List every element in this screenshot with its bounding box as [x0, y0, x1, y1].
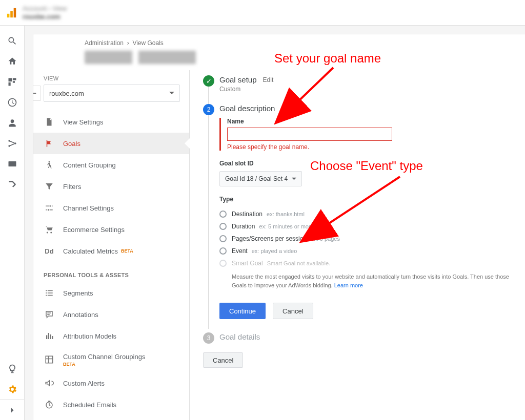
- back-arrow-icon: [33, 89, 37, 97]
- continue-button[interactable]: Continue: [219, 303, 266, 319]
- learn-more-link[interactable]: Learn more: [334, 282, 363, 288]
- dashboards-icon[interactable]: [0, 72, 25, 92]
- expand-rail-icon[interactable]: [0, 400, 24, 420]
- flag-icon: [44, 138, 55, 149]
- step-goal-setup: Goal setup Edit Custom: [203, 75, 510, 97]
- type-name: Duration: [232, 223, 255, 230]
- step-done-icon: [203, 75, 214, 87]
- type-option-pages[interactable]: Pages/Screens per session ex: 3 pages: [219, 233, 510, 245]
- top-bar: Account › View rouxbe.com: [0, 0, 525, 26]
- breadcrumb-admin[interactable]: Administration: [85, 39, 124, 47]
- person-walk-icon: [44, 159, 55, 171]
- audience-icon[interactable]: [0, 113, 25, 133]
- funnel-icon: [44, 181, 55, 192]
- back-button[interactable]: [33, 86, 41, 101]
- type-example: ex: 3 pages: [311, 236, 340, 242]
- svg-point-9: [14, 142, 16, 144]
- type-example: ex: played a video: [252, 248, 297, 254]
- goal-slot-select[interactable]: Goal Id 18 / Goal Set 4: [219, 171, 302, 186]
- svg-point-7: [8, 140, 10, 142]
- type-option-smart-goal: Smart Goal Smart Goal not available.: [219, 257, 510, 269]
- grid-icon: [44, 354, 55, 365]
- nav-label: Calculated Metrics: [63, 247, 118, 255]
- svg-rect-15: [52, 336, 53, 339]
- cart-icon: [44, 224, 55, 235]
- svg-point-8: [8, 145, 10, 147]
- svg-rect-1: [10, 11, 13, 17]
- breadcrumb: Administration › View Goals: [33, 34, 525, 49]
- svg-rect-14: [50, 334, 51, 339]
- nav-label: Segments: [63, 289, 93, 297]
- chevron-down-icon: [169, 91, 174, 96]
- name-error-text: Please specify the goal name.: [227, 143, 510, 151]
- type-name: Smart Goal: [232, 260, 263, 267]
- dd-icon: Dd: [44, 245, 55, 257]
- cancel-button-bottom[interactable]: Cancel: [203, 352, 243, 368]
- discover-icon[interactable]: [0, 359, 25, 379]
- type-example: Smart Goal not available.: [267, 260, 331, 266]
- nav-calculated-metrics[interactable]: Dd Calculated Metrics BETA: [33, 240, 189, 262]
- acquisition-icon[interactable]: [0, 133, 25, 154]
- nav-channel-settings[interactable]: Channel Settings: [33, 197, 189, 219]
- cancel-button[interactable]: Cancel: [273, 303, 313, 319]
- svg-rect-0: [7, 13, 10, 17]
- view-select[interactable]: rouxbe.com: [44, 85, 180, 102]
- nav-custom-channel-groupings[interactable]: Custom Channel Groupings BETA: [33, 347, 189, 372]
- goal-name-input[interactable]: [227, 128, 392, 141]
- svg-rect-2: [14, 8, 16, 17]
- account-line1: Account › View: [23, 5, 67, 13]
- account-switcher[interactable]: Account › View rouxbe.com: [23, 5, 67, 20]
- megaphone-icon: [44, 377, 55, 389]
- breadcrumb-section: View Goals: [132, 39, 163, 47]
- home-icon[interactable]: [0, 51, 25, 72]
- radio-icon: [219, 260, 227, 267]
- nav-segments[interactable]: Segments: [33, 282, 189, 304]
- nav-ecommerce-settings[interactable]: Ecommerce Settings: [33, 219, 189, 240]
- step-goal-details: 3 Goal details: [203, 332, 510, 345]
- nav-goals[interactable]: Goals: [33, 133, 189, 154]
- admin-icon[interactable]: [0, 379, 25, 400]
- nav-label: Custom Alerts: [63, 380, 105, 387]
- nav-custom-alerts[interactable]: Custom Alerts: [33, 372, 189, 394]
- svg-rect-10: [8, 161, 16, 166]
- admin-panel: Administration › View Goals VIEW rouxbe.…: [33, 34, 525, 420]
- svg-rect-5: [12, 81, 14, 82]
- nav-saved-reports[interactable]: Saved Reports: [33, 415, 189, 420]
- step-title-text: Goal description: [219, 104, 275, 113]
- nav-annotations[interactable]: Annotations: [33, 304, 189, 325]
- type-option-duration[interactable]: Duration ex: 5 minutes or more: [219, 220, 510, 233]
- type-option-event[interactable]: Event ex: played a video: [219, 245, 510, 257]
- conversions-icon[interactable]: [0, 174, 25, 195]
- nav-attribution-models[interactable]: Attribution Models: [33, 325, 189, 347]
- radio-icon: [219, 211, 227, 218]
- view-selected-value: rouxbe.com: [49, 90, 84, 97]
- step-goal-description: 2 Goal description Name Please specify t…: [203, 104, 510, 323]
- type-name: Pages/Screens per session: [232, 235, 307, 242]
- radio-icon: [219, 223, 227, 230]
- type-example: ex: 5 minutes or more: [259, 223, 313, 229]
- smart-desc-text: Measure the most engaged visits to your …: [232, 274, 509, 288]
- nav-filters[interactable]: Filters: [33, 176, 189, 197]
- nav-label: Goals: [63, 140, 80, 148]
- type-option-destination[interactable]: Destination ex: thanks.html: [219, 208, 510, 220]
- type-label: Type: [219, 196, 510, 203]
- step-edit-link[interactable]: Edit: [263, 76, 274, 83]
- account-line2: rouxbe.com: [23, 13, 67, 21]
- nav-scheduled-emails[interactable]: Scheduled Emails: [33, 394, 189, 415]
- nav-label: Channel Settings: [63, 204, 114, 212]
- behavior-icon[interactable]: [0, 154, 25, 174]
- step-number-badge: 3: [203, 332, 214, 344]
- nav-label: Filters: [63, 183, 81, 191]
- speech-icon: [44, 309, 55, 320]
- nav-label: View Settings: [63, 118, 104, 126]
- view-column: VIEW rouxbe.com View Settings Goals: [33, 70, 190, 420]
- nav-content-grouping[interactable]: Content Grouping: [33, 154, 189, 176]
- realtime-icon[interactable]: [0, 92, 25, 113]
- type-name: Destination: [232, 211, 262, 218]
- search-icon[interactable]: [0, 31, 25, 51]
- svg-rect-3: [8, 78, 12, 82]
- nav-view-settings[interactable]: View Settings: [33, 111, 189, 133]
- page-title-blurred: [85, 51, 244, 64]
- left-rail: [0, 26, 25, 420]
- step-number-badge: 2: [203, 104, 214, 115]
